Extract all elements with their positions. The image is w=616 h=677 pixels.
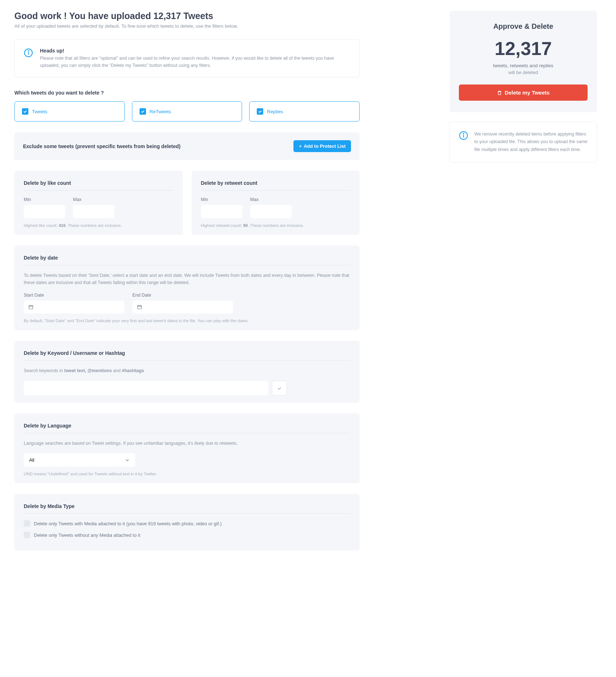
card-title: Delete by like count bbox=[24, 180, 173, 191]
date-desc: To delete Tweets based on their 'Sent Da… bbox=[24, 272, 350, 286]
type-replies[interactable]: Replies bbox=[249, 101, 360, 122]
min-label: Min bbox=[201, 197, 242, 202]
language-hint: UND means "Undefined" and used for Tweet… bbox=[24, 472, 350, 476]
exclude-bar: Exclude some tweets (prevent specific tw… bbox=[14, 132, 360, 160]
approve-sub2: will be deleted bbox=[459, 70, 588, 75]
svg-point-2 bbox=[28, 51, 29, 51]
card-title: Delete by retweet count bbox=[201, 180, 351, 191]
type-label: Tweets bbox=[32, 109, 47, 114]
min-label: Min bbox=[24, 197, 65, 202]
checkbox-checked-icon bbox=[22, 108, 28, 115]
date-card: Delete by date To delete Tweets based on… bbox=[14, 246, 360, 330]
page-subtitle: All of your uploaded tweets are selected… bbox=[14, 23, 360, 29]
like-count-card: Delete by like count Min Max Highest lik… bbox=[14, 171, 183, 235]
language-card: Delete by Language Language searches are… bbox=[14, 413, 360, 483]
retweet-min-input[interactable] bbox=[201, 205, 242, 218]
trash-icon bbox=[497, 90, 502, 95]
button-label: Add to Protect List bbox=[304, 143, 346, 149]
like-hint: Highest like count: 416. These numbers a… bbox=[24, 223, 173, 228]
media-card: Delete by Media Type Delete only Tweets … bbox=[14, 494, 360, 550]
type-label: Replies bbox=[267, 109, 283, 114]
checkbox-checked-icon bbox=[257, 108, 263, 115]
start-date-label: Start Date bbox=[24, 293, 124, 298]
plus-icon: + bbox=[299, 143, 302, 149]
language-desc: Language searches are based on Tweet set… bbox=[24, 440, 350, 447]
card-title: Delete by date bbox=[24, 255, 350, 265]
chevron-down-icon bbox=[125, 458, 130, 463]
media-without-checkbox[interactable]: Delete only Tweets without any Media att… bbox=[24, 532, 350, 538]
start-date-input[interactable] bbox=[24, 301, 124, 314]
checkbox-unchecked-icon bbox=[24, 532, 30, 538]
end-date-label: End Date bbox=[132, 293, 233, 298]
type-tweets[interactable]: Tweets bbox=[14, 101, 125, 122]
date-hint: By default, "Start Date" and "End Date" … bbox=[24, 319, 350, 323]
checkbox-checked-icon bbox=[140, 108, 146, 115]
select-value: All bbox=[29, 457, 34, 463]
retweet-count-card: Delete by retweet count Min Max Highest … bbox=[192, 171, 360, 235]
type-label: ReTweets bbox=[150, 109, 171, 114]
delete-my-tweets-button[interactable]: Delete my Tweets bbox=[459, 84, 588, 101]
media-with-checkbox[interactable]: Delete only Tweets with Media attached t… bbox=[24, 520, 350, 527]
language-select[interactable]: All bbox=[24, 453, 135, 467]
card-title: Delete by Media Type bbox=[24, 503, 350, 514]
svg-rect-11 bbox=[498, 92, 501, 95]
alert-text: Please note that all filters are "option… bbox=[40, 55, 351, 69]
approve-sub1: tweets, retweets and replies bbox=[459, 63, 588, 68]
calendar-icon bbox=[28, 305, 33, 310]
alert-title: Heads up! bbox=[40, 48, 351, 54]
keyword-desc: Search keywords in tweet text, @mentions… bbox=[24, 367, 350, 374]
keyword-input[interactable] bbox=[24, 381, 268, 395]
type-retweets[interactable]: ReTweets bbox=[132, 101, 242, 122]
keyword-confirm-button[interactable] bbox=[272, 381, 287, 395]
card-title: Delete by Keyword / Username or Hashtag bbox=[24, 350, 350, 361]
svg-point-18 bbox=[463, 133, 464, 134]
end-date-input[interactable] bbox=[132, 301, 233, 314]
check-label: Delete only Tweets without any Media att… bbox=[34, 532, 140, 538]
add-to-protect-list-button[interactable]: + Add to Protect List bbox=[293, 140, 351, 152]
info-icon bbox=[458, 131, 469, 141]
approve-card: Approve & Delete 12,317 tweets, retweets… bbox=[450, 11, 597, 112]
keyword-card: Delete by Keyword / Username or Hashtag … bbox=[14, 341, 360, 403]
button-label: Delete my Tweets bbox=[505, 90, 550, 96]
page-title: Good work ! You have uploaded 12,317 Twe… bbox=[14, 11, 360, 21]
svg-rect-3 bbox=[29, 306, 33, 309]
approve-title: Approve & Delete bbox=[459, 22, 588, 31]
info-icon bbox=[23, 48, 33, 58]
exclude-title: Exclude some tweets (prevent specific tw… bbox=[23, 143, 181, 149]
max-label: Max bbox=[73, 197, 114, 202]
retweet-max-input[interactable] bbox=[250, 205, 292, 218]
checkbox-unchecked-icon bbox=[24, 520, 30, 527]
svg-rect-7 bbox=[138, 306, 142, 309]
retweet-hint: Highest retweet count: 90. These numbers… bbox=[201, 223, 351, 228]
card-title: Delete by Language bbox=[24, 423, 350, 433]
like-max-input[interactable] bbox=[73, 205, 114, 218]
info-card: We remove recently deleted items before … bbox=[450, 122, 597, 163]
calendar-icon bbox=[137, 305, 142, 310]
max-label: Max bbox=[250, 197, 292, 202]
approve-count: 12,317 bbox=[459, 38, 588, 59]
like-min-input[interactable] bbox=[24, 205, 65, 218]
check-label: Delete only Tweets with Media attached t… bbox=[34, 521, 222, 526]
heads-up-alert: Heads up! Please note that all filters a… bbox=[14, 40, 360, 77]
check-icon bbox=[277, 386, 282, 391]
which-tweets-title: Which tweets do you want to delete ? bbox=[14, 90, 360, 96]
info-text: We remove recently deleted items before … bbox=[474, 131, 588, 154]
